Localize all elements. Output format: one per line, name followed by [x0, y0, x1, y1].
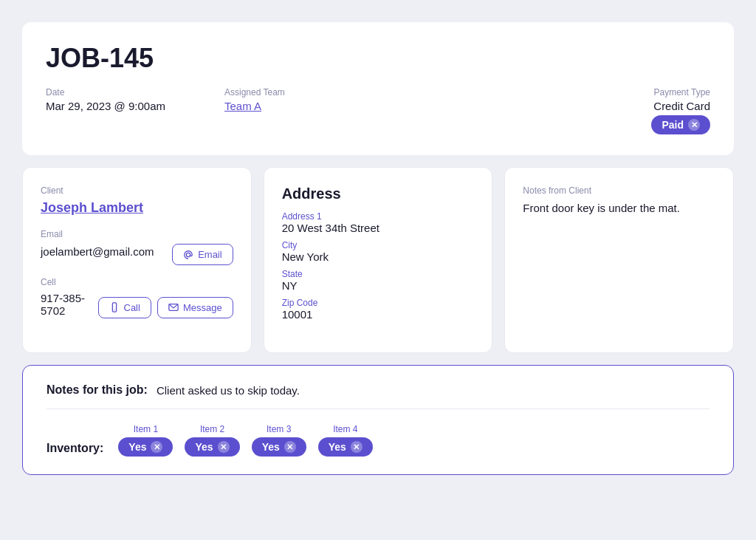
item-col-label: Item 1: [134, 424, 158, 434]
inventory-label: Inventory:: [47, 424, 103, 455]
inventory-row: Inventory: Item 1 Yes ✕ Item 2 Yes ✕ Ite…: [47, 424, 709, 457]
item-col-label: Item 2: [200, 424, 224, 434]
item-close-icon[interactable]: ✕: [351, 441, 362, 453]
state-value: NY: [282, 279, 475, 292]
item-badge: Yes ✕: [252, 437, 306, 457]
date-value: Mar 29, 2023 @ 9:00am: [46, 100, 165, 112]
cell-value: 917-385-5702: [41, 292, 98, 317]
notes-job-label: Notes for this job:: [47, 383, 148, 397]
payment-type-value: Credit Card: [653, 100, 710, 112]
item-close-icon[interactable]: ✕: [151, 441, 162, 453]
item-badge-label: Yes: [329, 441, 346, 453]
job-id: JOB-145: [46, 43, 710, 74]
call-message-group: Call Message: [98, 297, 233, 318]
message-icon: [168, 302, 179, 312]
date-label: Date: [46, 87, 165, 98]
phone-icon: [109, 302, 120, 312]
notes-client-text: Front door key is under the mat.: [523, 200, 715, 217]
email-button[interactable]: Email: [172, 244, 233, 265]
city-value: New York: [282, 250, 475, 263]
client-card: Client Joseph Lambert Email joelambert@g…: [22, 167, 252, 353]
email-label: Email: [41, 229, 233, 239]
inventory-item: Item 1 Yes ✕: [118, 424, 173, 457]
client-name[interactable]: Joseph Lambert: [41, 200, 233, 216]
zip-value: 10001: [282, 308, 475, 321]
job-meta-row: Date Mar 29, 2023 @ 9:00am Assigned Team…: [46, 87, 710, 134]
svg-point-0: [187, 253, 190, 256]
payment-group: Payment Type Credit Card Paid ✕: [651, 87, 710, 134]
notes-client-label: Notes from Client: [523, 185, 715, 196]
cell-label: Cell: [41, 277, 233, 287]
item-col-label: Item 4: [333, 424, 357, 434]
svg-rect-1: [112, 303, 116, 312]
date-group: Date Mar 29, 2023 @ 9:00am: [46, 87, 165, 112]
call-button[interactable]: Call: [98, 297, 151, 318]
job-header-card: JOB-145 Date Mar 29, 2023 @ 9:00am Assig…: [22, 22, 734, 155]
assigned-team-group: Assigned Team Team A: [224, 87, 285, 112]
item-badge-label: Yes: [262, 441, 280, 453]
inventory-items: Item 1 Yes ✕ Item 2 Yes ✕ Item 3 Yes ✕ I…: [118, 424, 373, 457]
inventory-item: Item 4 Yes ✕: [318, 424, 373, 457]
at-icon: [183, 250, 193, 260]
address-card: Address Address 1 20 West 34th Street Ci…: [264, 167, 493, 353]
item-badge-label: Yes: [195, 441, 213, 453]
email-value: joelambert@gmail.com: [41, 245, 154, 258]
assigned-team-label: Assigned Team: [224, 87, 285, 98]
paid-badge: Paid ✕: [651, 115, 710, 134]
item-badge: Yes ✕: [118, 437, 173, 457]
paid-label: Paid: [662, 119, 684, 131]
address1-label: Address 1: [282, 211, 475, 222]
cell-row: Cell 917-385-5702 Call: [41, 277, 233, 323]
notes-job-text: Client asked us to skip today.: [157, 384, 300, 397]
notes-job-row: Notes for this job: Client asked us to s…: [47, 383, 709, 409]
inventory-item: Item 3 Yes ✕: [252, 424, 306, 457]
payment-type-label: Payment Type: [654, 87, 711, 98]
client-label: Client: [41, 185, 233, 196]
address1-value: 20 West 34th Street: [282, 222, 475, 234]
bottom-card: Notes for this job: Client asked us to s…: [22, 365, 734, 475]
item-close-icon[interactable]: ✕: [284, 441, 296, 453]
email-row: Email joelambert@gmail.com Email: [41, 229, 233, 265]
item-close-icon[interactable]: ✕: [218, 441, 230, 453]
assigned-team-value[interactable]: Team A: [224, 100, 285, 112]
details-grid: Client Joseph Lambert Email joelambert@g…: [22, 167, 734, 353]
city-label: City: [282, 240, 475, 250]
item-col-label: Item 3: [267, 424, 291, 434]
notes-client-card: Notes from Client Front door key is unde…: [504, 167, 734, 353]
message-button[interactable]: Message: [157, 297, 233, 318]
address-title: Address: [282, 185, 475, 202]
inventory-item: Item 2 Yes ✕: [185, 424, 239, 457]
item-badge-label: Yes: [128, 441, 146, 453]
item-badge: Yes ✕: [318, 437, 373, 457]
state-label: State: [282, 269, 475, 279]
item-badge: Yes ✕: [185, 437, 239, 457]
zip-label: Zip Code: [282, 298, 475, 308]
paid-close-icon[interactable]: ✕: [688, 119, 700, 131]
